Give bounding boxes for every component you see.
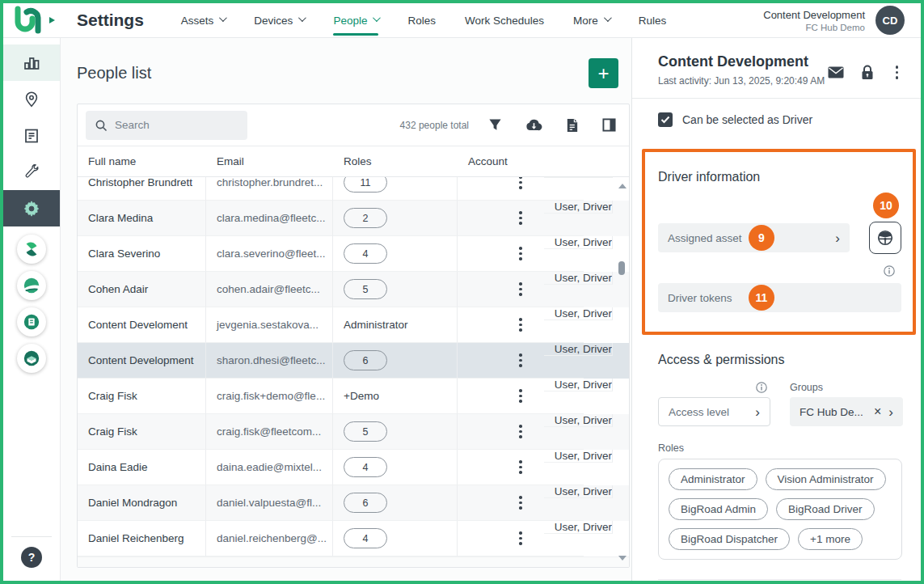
panel-body: Can be selected as Driver Driver informa… [632, 99, 921, 581]
sidebar-item-tracking[interactable] [3, 81, 60, 117]
filter-button[interactable] [488, 118, 502, 132]
driver-tokens-field[interactable]: Driver tokens 11 [658, 283, 901, 312]
cell-account: User, Driver [544, 177, 613, 178]
cell-roles: 6 [333, 343, 458, 379]
nav-tab-people[interactable]: People [333, 3, 378, 37]
scrollbar-thumb[interactable] [618, 261, 625, 275]
table-row[interactable]: Daniel Mondragondaniel.valpuesta@fl...6U… [78, 485, 629, 521]
groups-label: Groups [790, 379, 903, 393]
driver-vehicle-button[interactable] [869, 222, 901, 254]
columns-button[interactable] [602, 118, 616, 132]
table-row[interactable]: Content Developmentsharon.dhesi@fleetc..… [78, 343, 629, 379]
people-list-area: People list + Search 432 people total [61, 38, 631, 581]
nav-tab-devices[interactable]: Devices [254, 3, 304, 37]
cell-roles: 5 [333, 272, 458, 307]
step-badge-11: 11 [749, 285, 774, 311]
driver-checkbox[interactable] [658, 112, 673, 127]
sidebar-item-tools[interactable] [3, 154, 60, 190]
roles-count-pill: 4 [344, 528, 387, 548]
table-row[interactable]: Content Develomentjevgenia.sestakova...A… [78, 307, 629, 343]
nav-tab-work-schedules[interactable]: Work Schedules [465, 3, 544, 37]
table-row[interactable]: Daina Eadiedaina.eadie@mixtel...4User, D… [78, 450, 629, 485]
role-chip[interactable]: BigRoad Driver [776, 498, 875, 520]
role-chip[interactable]: BigRoad Dispatcher [669, 528, 790, 550]
table-row[interactable]: Clara Medinaclara.medina@fleetc...2User,… [78, 201, 629, 236]
panel-more-button[interactable] [891, 61, 904, 84]
table-scrollbar[interactable] [617, 177, 627, 567]
cell-account: User, Driver [544, 485, 613, 498]
remove-group-icon[interactable]: × [874, 404, 881, 419]
nav-tab-rules[interactable]: Rules [639, 3, 667, 37]
access-level-select[interactable]: Access level › [658, 397, 770, 426]
avatar[interactable]: CD [875, 6, 905, 35]
table-row[interactable]: Cohen Adaircohen.adair@fleetc...5User, D… [78, 272, 629, 307]
table-header-row: Full nameEmailRolesAccount [78, 146, 629, 177]
account-widget[interactable]: Content Development FC Hub Demo CD [763, 6, 905, 35]
sidebar-item-reports[interactable] [3, 117, 60, 154]
nav-tab-assets[interactable]: Assets [181, 3, 226, 37]
driver-checkbox-label: Can be selected as Driver [682, 113, 812, 126]
row-menu-button[interactable] [514, 349, 527, 372]
chevron-down-icon [373, 14, 381, 22]
cell-email: jevgenia.sestakova... [206, 307, 333, 343]
nav-tab-label: More [573, 15, 598, 27]
row-menu-button[interactable] [514, 420, 527, 443]
search-placeholder: Search [115, 119, 150, 131]
cell-account: User, Driver [544, 307, 613, 320]
assigned-asset-field[interactable]: Assigned asset 9 › [658, 223, 850, 252]
role-chip[interactable]: Administrator [669, 468, 757, 490]
nav-tab-roles[interactable]: Roles [407, 3, 436, 37]
driver-checkbox-row[interactable]: Can be selected as Driver [658, 105, 901, 134]
table-row[interactable]: Craig Fiskcraig.fisk@fleetcom...5User, D… [78, 414, 629, 450]
row-menu-button[interactable] [514, 242, 527, 265]
add-person-button[interactable]: + [589, 58, 618, 88]
help-button[interactable]: ? [21, 547, 42, 568]
cell-roles: Administrator [333, 307, 458, 343]
table-row[interactable]: Christopher Brundrettchristopher.brundre… [78, 177, 629, 201]
list-title: People list [77, 64, 151, 83]
row-menu-button[interactable] [514, 313, 527, 336]
row-menu-button[interactable] [514, 177, 527, 194]
cell-full-name: Content Develoment [78, 307, 206, 343]
send-email-button[interactable] [828, 66, 844, 78]
table-row[interactable]: Daniel Reichenbergdaniel.reichenberg@...… [78, 521, 629, 556]
role-chip[interactable]: +1 more [798, 528, 863, 550]
lock-icon [861, 65, 874, 80]
content-area: People list + Search 432 people total [61, 38, 921, 581]
row-menu-button[interactable] [514, 206, 527, 230]
row-menu-button[interactable] [514, 384, 527, 408]
app-dispatch-icon[interactable] [17, 307, 46, 336]
bar-chart-icon [23, 54, 40, 72]
cell-full-name: Content Development [78, 343, 206, 379]
chevron-right-icon: › [755, 405, 760, 419]
table-row[interactable]: Clara Severinoclara.severino@fleet...4Us… [78, 236, 629, 272]
row-menu-button[interactable] [514, 455, 527, 479]
gear-icon [23, 200, 40, 218]
nav-tab-label: Devices [254, 15, 293, 27]
page-title: Settings [77, 11, 144, 30]
nav-tab-more[interactable]: More [573, 3, 610, 37]
access-level-label: Access level [669, 406, 729, 418]
app-inventory-icon[interactable] [17, 344, 46, 373]
scroll-down-icon[interactable] [618, 556, 627, 561]
export-button[interactable] [566, 118, 579, 133]
sidebar-item-settings[interactable] [3, 190, 60, 226]
groups-chip-field[interactable]: FC Hub De... × › [790, 397, 903, 426]
row-menu-button[interactable] [514, 277, 527, 301]
sidebar-item-dashboard[interactable] [3, 44, 60, 81]
scroll-up-icon[interactable] [618, 184, 627, 188]
table-row[interactable]: Craig Fiskcraig.fisk+demo@fle...+DemoUse… [78, 379, 629, 414]
search-input[interactable]: Search [86, 111, 247, 140]
row-menu-button[interactable] [514, 527, 527, 550]
app-road-icon[interactable] [17, 271, 46, 300]
sidebar-expand-icon[interactable] [49, 16, 55, 24]
sidebar-spacer [3, 373, 60, 536]
role-chip[interactable]: BigRoad Admin [669, 498, 768, 520]
row-menu-button[interactable] [514, 491, 527, 514]
cell-account: User, Driver [544, 414, 613, 427]
role-chip[interactable]: Vision Administrator [766, 468, 886, 490]
download-button[interactable] [525, 118, 542, 132]
cell-actions [458, 177, 584, 201]
reset-password-button[interactable] [861, 65, 874, 80]
app-fleet-icon[interactable] [17, 235, 46, 264]
